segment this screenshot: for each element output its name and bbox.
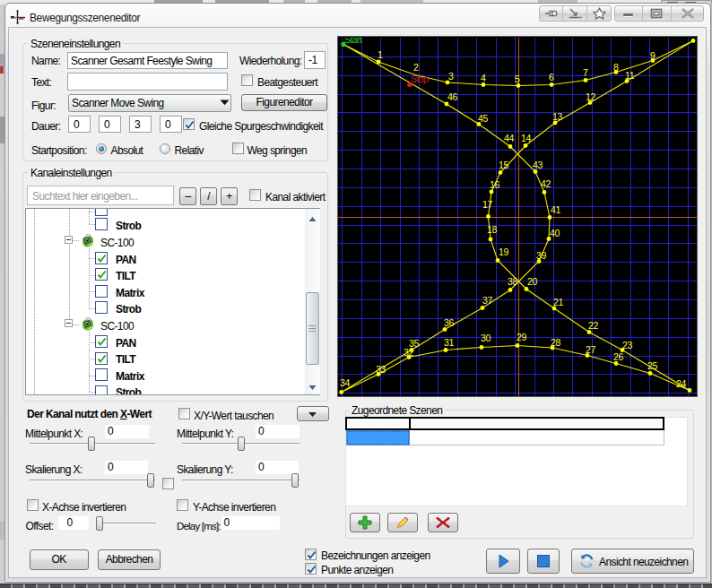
svg-text:19: 19 (499, 246, 509, 256)
svg-text:20: 20 (527, 275, 538, 286)
svg-text:16: 16 (490, 178, 500, 189)
svg-text:33: 33 (376, 363, 386, 374)
svg-text:34: 34 (340, 376, 351, 387)
svg-text:35: 35 (409, 337, 420, 348)
svg-text:2: 2 (413, 61, 419, 72)
svg-text:31: 31 (444, 336, 455, 347)
svg-text:23: 23 (622, 339, 633, 350)
svg-text:1: 1 (378, 48, 383, 59)
svg-text:40: 40 (550, 227, 560, 238)
svg-text:21: 21 (553, 296, 564, 307)
svg-text:15: 15 (499, 159, 509, 169)
svg-text:6: 6 (549, 71, 554, 82)
svg-text:46: 46 (447, 91, 458, 101)
svg-text:43: 43 (533, 159, 543, 169)
svg-text:14: 14 (521, 132, 532, 143)
svg-text:24: 24 (676, 377, 687, 388)
svg-text:12: 12 (586, 91, 596, 101)
svg-text:7: 7 (583, 66, 588, 77)
svg-text:25: 25 (647, 359, 658, 370)
svg-text:29: 29 (517, 331, 527, 342)
svg-text:37: 37 (482, 294, 493, 305)
svg-text:18: 18 (487, 223, 498, 234)
svg-text:9: 9 (650, 49, 656, 60)
svg-text:45: 45 (478, 112, 489, 123)
svg-text:41: 41 (551, 203, 561, 214)
svg-text:26: 26 (613, 350, 624, 361)
svg-text:13: 13 (552, 110, 563, 121)
svg-text:Stop: Stop (411, 73, 429, 83)
svg-text:42: 42 (541, 177, 551, 188)
svg-text:5: 5 (515, 73, 520, 83)
svg-text:8: 8 (613, 61, 619, 72)
svg-text:27: 27 (586, 343, 596, 354)
svg-text:44: 44 (504, 132, 515, 143)
svg-text:11: 11 (625, 69, 635, 80)
svg-text:36: 36 (444, 316, 455, 327)
svg-text:28: 28 (551, 336, 561, 347)
svg-text:4: 4 (481, 72, 486, 82)
svg-text:30: 30 (481, 332, 491, 342)
svg-text:39: 39 (536, 249, 547, 260)
svg-text:22: 22 (588, 319, 599, 330)
svg-text:Start: Start (344, 38, 362, 45)
svg-text:17: 17 (482, 198, 493, 209)
svg-text:38: 38 (508, 275, 518, 286)
svg-text:3: 3 (448, 70, 454, 81)
